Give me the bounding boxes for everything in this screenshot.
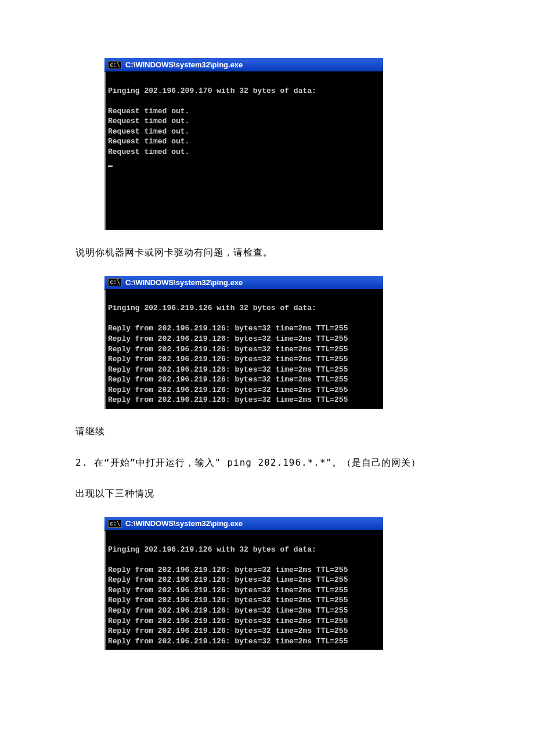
window-title-2: C:\WINDOWS\system32\ping.exe: [125, 278, 243, 287]
titlebar-3: c:\ C:\WINDOWS\system32\ping.exe: [104, 517, 383, 531]
titlebar-1: c:\ C:\WINDOWS\system32\ping.exe: [104, 58, 383, 72]
console-window-2: c:\ C:\WINDOWS\system32\ping.exe Pinging…: [104, 276, 383, 409]
console-body-1: Pinging 202.196.209.170 with 32 bytes of…: [104, 72, 383, 230]
step-2: 2. 在“开始”中打开运行，输入" ping 202.196.*.*"。（是自己…: [75, 455, 459, 471]
console-output-1: Pinging 202.196.209.170 with 32 bytes of…: [108, 87, 316, 156]
cmd-icon: c:\: [108, 278, 122, 286]
paragraph-1: 说明你机器网卡或网卡驱动有问题，请检查。: [75, 244, 459, 261]
window-title-1: C:\WINDOWS\system32\ping.exe: [125, 60, 243, 69]
titlebar-2: c:\ C:\WINDOWS\system32\ping.exe: [104, 276, 383, 290]
console-body-3: Pinging 202.196.219.126 with 32 bytes of…: [104, 531, 383, 650]
console-output-3: Pinging 202.196.219.126 with 32 bytes of…: [108, 545, 348, 646]
console-body-2: Pinging 202.196.219.126 with 32 bytes of…: [104, 290, 383, 409]
cmd-icon: c:\: [108, 520, 122, 528]
paragraph-3: 出现以下三种情况: [75, 485, 459, 502]
console-output-2: Pinging 202.196.219.126 with 32 bytes of…: [108, 304, 348, 404]
paragraph-2: 请继续: [75, 423, 459, 440]
console-cursor: [108, 165, 113, 167]
window-title-3: C:\WINDOWS\system32\ping.exe: [125, 519, 243, 528]
cmd-icon: c:\: [108, 61, 122, 69]
console-window-1: c:\ C:\WINDOWS\system32\ping.exe Pinging…: [104, 58, 383, 230]
console-window-3: c:\ C:\WINDOWS\system32\ping.exe Pinging…: [104, 517, 383, 650]
